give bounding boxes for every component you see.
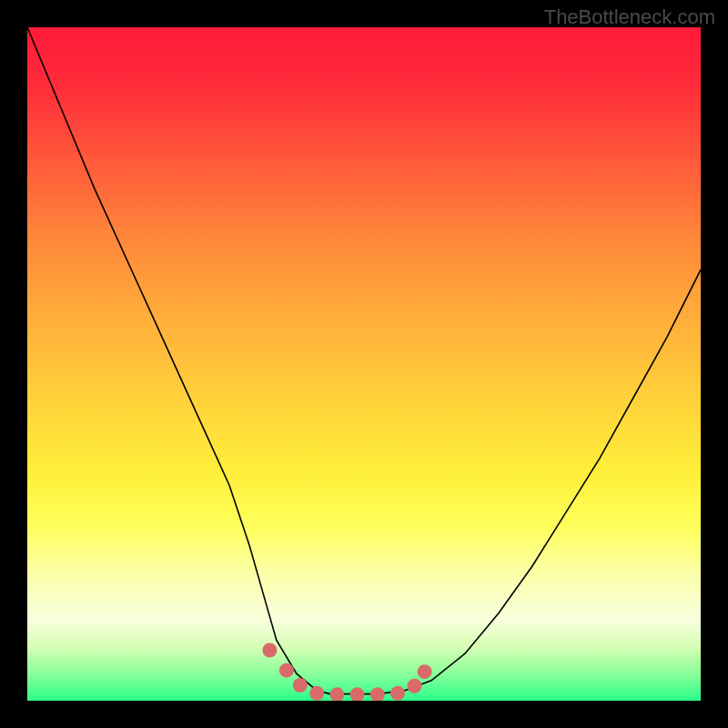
bottom-marker-group [262,643,431,702]
plot-area [27,27,701,701]
marker-dot [293,678,308,693]
marker-dot [418,664,432,679]
marker-dot [350,687,365,701]
bottleneck-curve [27,27,701,694]
marker-dot [370,687,385,701]
marker-dot [262,643,277,658]
chart-svg [27,27,701,701]
marker-dot [329,687,344,701]
watermark-text: TheBottleneck.com [544,5,715,29]
marker-dot [408,679,422,693]
marker-dot [279,663,294,678]
marker-dot [309,686,324,701]
marker-dot [390,686,405,701]
